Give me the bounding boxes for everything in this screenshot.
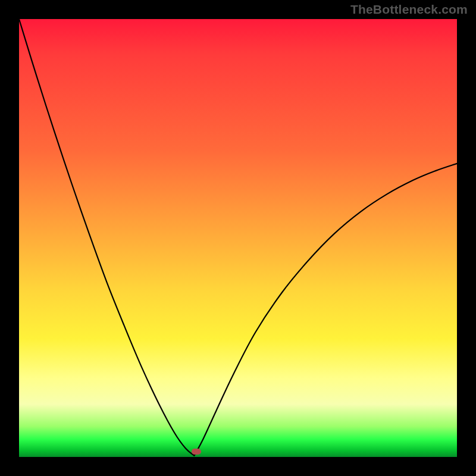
frame: TheBottleneck.com: [0, 0, 476, 476]
curve-layer: [19, 19, 457, 457]
bottleneck-plot: [19, 19, 457, 457]
watermark-text: TheBottleneck.com: [350, 2, 468, 17]
right-branch-path: [194, 164, 457, 456]
left-branch-path: [19, 19, 194, 456]
optimum-marker: [192, 449, 201, 455]
